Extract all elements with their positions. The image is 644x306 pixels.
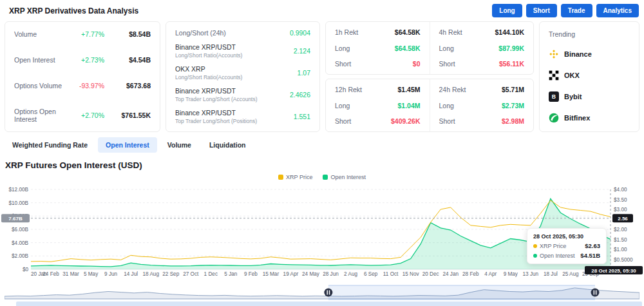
- xrp-price-swatch: [278, 175, 283, 180]
- svg-text:$6.00B: $6.00B: [12, 227, 28, 233]
- long-label: Long: [335, 44, 350, 52]
- rekt-short-value: $0: [413, 60, 421, 68]
- stat-row-options-open-interest: Options Open Interest +2.70% $761.55K: [14, 108, 151, 123]
- tab-open-interest[interactable]: Open Interest: [98, 137, 157, 153]
- analytics-button[interactable]: Analytics: [596, 4, 639, 17]
- tooltip-row-price: XRP Price $2.63: [533, 242, 600, 249]
- legend-xrp-price[interactable]: XRP Price: [278, 174, 312, 180]
- svg-text:$0: $0: [23, 267, 29, 273]
- rekt-total: $64.58K: [395, 28, 421, 36]
- svg-text:22 Sep: 22 Sep: [162, 271, 179, 277]
- svg-text:20 Dec: 20 Dec: [422, 271, 439, 277]
- long-label: Long: [439, 102, 454, 110]
- trending-item-bybit[interactable]: B Bybit: [549, 91, 630, 102]
- rekt-card-1h-4h: 1h Rekt$64.58K Long$64.58K Short$0 4h Re…: [325, 21, 534, 75]
- trending-card: Trending Binance OKX B Bybit Bitfinex: [539, 21, 639, 132]
- stat-value: $8.54B: [104, 30, 151, 38]
- svg-text:28 Oct 2025, 05:30: 28 Oct 2025, 05:30: [591, 268, 636, 274]
- stat-change: +2.73%: [64, 56, 104, 64]
- tooltip-value: $2.63: [585, 242, 600, 249]
- ratio-value: 1.551: [294, 113, 310, 120]
- svg-text:15 Mar: 15 Mar: [263, 271, 279, 277]
- rekt-total: $144.10K: [495, 28, 524, 36]
- long-button[interactable]: Long: [492, 4, 522, 17]
- trending-item-binance[interactable]: Binance: [549, 49, 630, 59]
- topbar-actions: Long Short Trade Analytics: [492, 4, 639, 17]
- stat-row-open-interest: Open Interest +2.73% $4.54B: [14, 56, 151, 64]
- rekt-short-value: $2.98M: [502, 117, 524, 125]
- svg-text:28 Jun: 28 Jun: [323, 271, 339, 277]
- svg-text:$3.00: $3.00: [614, 207, 627, 213]
- short-button[interactable]: Short: [526, 4, 557, 17]
- svg-text:24 Jan: 24 Jan: [442, 271, 459, 277]
- chart-tabs: Weighted Funding Rate Open Interest Volu…: [0, 132, 644, 153]
- svg-text:2 Aug: 2 Aug: [344, 271, 357, 277]
- rekt-total: $1.45M: [397, 86, 420, 93]
- stat-change: -93.97%: [64, 82, 104, 90]
- trade-button[interactable]: Trade: [561, 4, 592, 17]
- tooltip-value: $4.51B: [580, 252, 600, 259]
- svg-text:13 Jun: 13 Jun: [523, 271, 539, 277]
- svg-text:$4.00: $4.00: [614, 187, 627, 193]
- stat-change: +7.77%: [64, 30, 104, 38]
- tab-weighted-funding-rate[interactable]: Weighted Funding Rate: [5, 137, 95, 153]
- ratio-sublabel: Top Trader Long/Short (Accounts): [175, 96, 258, 102]
- svg-text:$2.00: $2.00: [614, 227, 627, 233]
- ratio-sublabel: Long/Short Ratio(Accounts): [175, 74, 242, 81]
- rekt-col-4h: 4h Rekt$144.10K Long$87.99K Short$56.11K: [430, 22, 534, 74]
- open-interest-swatch: [323, 175, 328, 180]
- stat-change: +2.70%: [64, 111, 104, 119]
- bitfinex-icon: [549, 113, 559, 123]
- okx-icon: [549, 70, 559, 81]
- horizontal-scrollbar[interactable]: [16, 301, 642, 306]
- short-label: Short: [439, 117, 455, 125]
- legend-open-interest[interactable]: Open Interest: [323, 174, 366, 180]
- short-label: Short: [439, 60, 455, 68]
- rekt-long-value: $2.73M: [502, 102, 524, 110]
- tab-liquidation[interactable]: Liquidation: [202, 137, 254, 153]
- svg-text:27 Oct: 27 Oct: [183, 271, 199, 277]
- svg-text:14 Jul: 14 Jul: [124, 271, 138, 277]
- navigator-svg[interactable]: [5, 285, 639, 300]
- ratio-value: 2.4626: [290, 91, 310, 99]
- svg-text:18 Aug: 18 Aug: [142, 271, 159, 277]
- rekt-card-12h-24h: 12h Rekt$1.45M Long$1.04M Short$409.26K …: [325, 79, 534, 132]
- svg-text:$12.00B: $12.00B: [8, 187, 28, 193]
- price-dot: [533, 244, 537, 248]
- exchange-name: Bybit: [564, 93, 582, 100]
- svg-text:B: B: [552, 93, 556, 100]
- ratio-label: Binance XRP/USDT: [175, 109, 257, 117]
- svg-text:5 Jan: 5 Jan: [224, 271, 237, 277]
- trending-item-bitfinex[interactable]: Bitfinex: [549, 113, 630, 123]
- rekt-col-24h: 24h Rekt$5.71M Long$2.73M Short$2.98M: [430, 79, 534, 131]
- ratio-sublabel: Long/Short Ratio(Accounts): [175, 52, 242, 59]
- rekt-short-value: $56.11K: [499, 60, 524, 68]
- svg-text:19 Apr: 19 Apr: [283, 271, 299, 277]
- ratio-row: Binance XRP/USDT Top Trader Long/Short (…: [175, 87, 310, 102]
- svg-text:28 Feb: 28 Feb: [462, 271, 479, 277]
- chart-title: XRP Futures Open Interest (USD): [0, 153, 644, 170]
- ratio-label: Long/Short (24h): [175, 29, 226, 37]
- ratio-label: Binance XRP/USDT: [175, 43, 242, 51]
- svg-text:31 Mar: 31 Mar: [62, 271, 79, 277]
- trending-item-okx[interactable]: OKX: [549, 70, 630, 81]
- market-stats-card: Volume +7.77% $8.54B Open Interest +2.73…: [5, 21, 160, 132]
- rekt-title: 1h Rekt: [335, 28, 358, 36]
- rekt-col-1h: 1h Rekt$64.58K Long$64.58K Short$0: [326, 22, 430, 74]
- stat-label: Volume: [14, 30, 64, 38]
- svg-text:7.67B: 7.67B: [8, 216, 23, 222]
- svg-text:24 Feb: 24 Feb: [43, 271, 59, 277]
- svg-text:$0.5000: $0.5000: [614, 257, 633, 263]
- trending-title: Trending: [549, 30, 630, 38]
- open-interest-chart: $12.00B$10.00B$8.00B$6.00B$4.00B$2.00B$0…: [0, 182, 644, 278]
- rekt-title: 12h Rekt: [335, 86, 362, 93]
- ratio-row: OKX XRP Long/Short Ratio(Accounts) 1.07: [175, 65, 310, 81]
- svg-text:$3.50: $3.50: [614, 197, 627, 203]
- long-label: Long: [439, 44, 454, 52]
- svg-text:24 May: 24 May: [302, 271, 320, 277]
- rekt-title: 4h Rekt: [439, 28, 462, 36]
- svg-text:2.56: 2.56: [618, 216, 628, 222]
- stats-cards-row: Volume +7.77% $8.54B Open Interest +2.73…: [0, 21, 644, 132]
- svg-text:9 Jun: 9 Jun: [104, 271, 117, 277]
- tab-volume[interactable]: Volume: [160, 137, 199, 153]
